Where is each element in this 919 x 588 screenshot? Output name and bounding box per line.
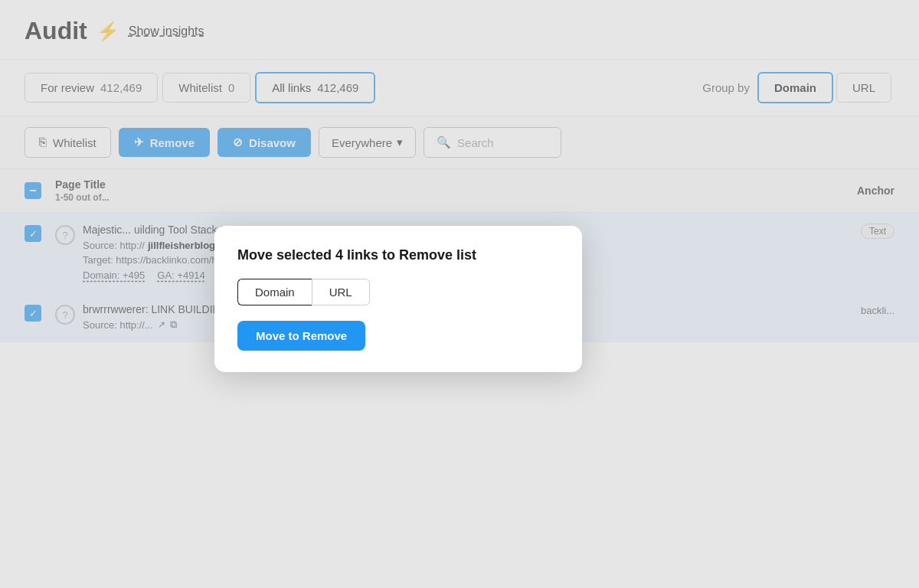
modal-tab-domain[interactable]: Domain: [237, 279, 312, 305]
modal-tab-group: Domain URL: [237, 279, 559, 305]
move-to-remove-button[interactable]: Move to Remove: [237, 321, 365, 351]
modal-tab-url[interactable]: URL: [312, 279, 370, 305]
page-wrapper: Audit ⚡ Show insights For review 412,469…: [0, 0, 919, 588]
modal-title: Move selected 4 links to Remove list: [237, 247, 559, 263]
move-to-remove-modal: Move selected 4 links to Remove list Dom…: [214, 226, 582, 372]
